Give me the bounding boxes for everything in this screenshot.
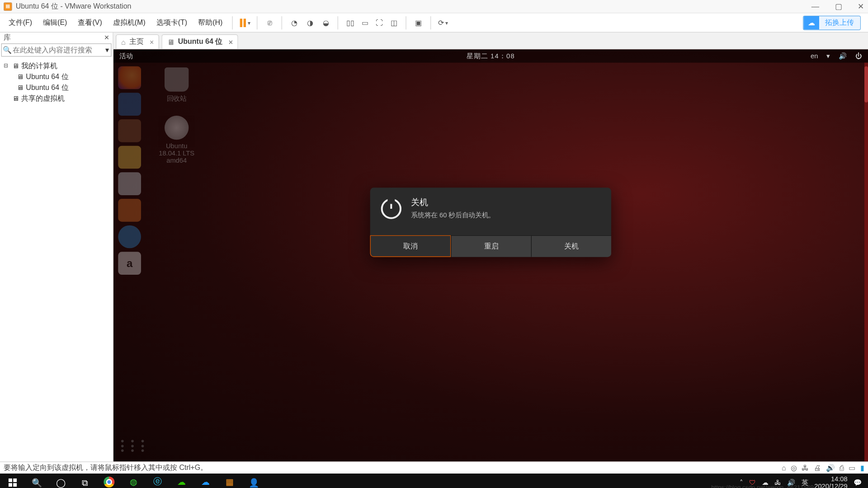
ubuntu-dock: a <box>116 66 143 275</box>
upload-button[interactable]: ☁ 拓换上传 <box>803 15 861 30</box>
dock-writer-icon[interactable] <box>118 172 141 195</box>
menu-help[interactable]: 帮助(H) <box>193 15 228 30</box>
svg-rect-1 <box>13 479 17 482</box>
power-icon <box>381 199 401 219</box>
search-dropdown[interactable]: ▾ <box>103 46 111 54</box>
snapshot-manager-button[interactable]: ◒ <box>318 15 333 30</box>
search-input[interactable] <box>13 46 103 54</box>
close-button[interactable]: ✕ <box>858 2 864 11</box>
library-search[interactable]: 🔍 ▾ <box>1 43 112 56</box>
tree-my-computer[interactable]: ⊟🖥 我的计算机 <box>1 60 112 71</box>
view-stretch-button[interactable]: ▣ <box>411 15 426 30</box>
desktop-trash[interactable]: 回收站 <box>156 67 198 103</box>
dialog-title: 关机 <box>411 197 495 208</box>
taskbar-wechat-icon[interactable]: ☁ <box>171 474 192 488</box>
svg-rect-3 <box>13 483 17 487</box>
st-display-icon[interactable]: ▭ <box>849 464 855 472</box>
taskbar-search-icon[interactable]: 🔍 <box>27 474 47 488</box>
dialog-message: 系统将在 60 秒后自动关机。 <box>411 211 495 220</box>
shutdown-dialog: 关机 系统将在 60 秒后自动关机。 取消 重启 关机 <box>370 188 611 257</box>
minimize-button[interactable]: — <box>811 2 819 11</box>
tree-vm-1[interactable]: 🖥Ubuntu 64 位 <box>1 82 112 93</box>
taskbar-taskview-icon[interactable]: ⧉ <box>75 474 95 488</box>
tray-notifications-icon[interactable]: 💬 <box>854 479 862 486</box>
clock-label[interactable]: 星期二 14：08 <box>467 52 515 61</box>
dock-software-icon[interactable] <box>118 199 141 222</box>
taskbar-avatar-icon[interactable]: 👤 <box>244 474 264 488</box>
show-apps-icon[interactable]: ● ● ●● ● ●● ● ● <box>121 439 147 453</box>
dvd-icon <box>165 116 189 140</box>
tree-vm-0[interactable]: 🖥Ubuntu 64 位 <box>1 71 112 82</box>
menu-view[interactable]: 查看(V) <box>73 15 107 30</box>
windows-taskbar: 🔍 ◯ ⧉ ◍ ⓔ ☁ ☁ ▦ 👤 https://blog.csdn.net/… <box>0 474 868 488</box>
guest-scrollbar[interactable] <box>864 63 868 462</box>
snapshot-take-button[interactable]: ◔ <box>287 15 302 30</box>
view-fullscreen-button[interactable]: ⛶ <box>372 15 387 30</box>
activities-button[interactable]: 活动 <box>113 52 139 61</box>
st-sound-icon[interactable]: 🔊 <box>826 464 835 472</box>
network-icon[interactable]: ▾ <box>826 52 830 60</box>
trash-icon <box>165 67 189 91</box>
tab-home-close[interactable]: × <box>150 38 154 46</box>
view-unity-button[interactable]: ◫ <box>387 15 401 30</box>
dock-help-icon[interactable] <box>118 225 141 249</box>
st-usb-icon[interactable]: ⎙ <box>840 464 844 472</box>
tray-clock[interactable]: 14:08 2020/12/29 <box>814 475 847 488</box>
view-cycle-button[interactable]: ⟳▾ <box>436 15 450 30</box>
titlebar: ▦ Ubuntu 64 位 - VMware Workstation — ▢ ✕ <box>0 0 868 13</box>
cancel-button[interactable]: 取消 <box>370 235 451 257</box>
library-close-button[interactable]: × <box>104 33 109 42</box>
tree-shared[interactable]: 🖥 共享的虚拟机 <box>1 93 112 103</box>
input-lang[interactable]: en <box>811 52 818 60</box>
taskbar-chrome-icon[interactable] <box>99 474 119 488</box>
menu-tabs[interactable]: 选项卡(T) <box>151 15 192 30</box>
vm-icon: 🖥 <box>167 38 175 46</box>
watermark: https://blog.csdn.net/weixin_46211569 <box>711 484 814 488</box>
taskbar-vmware-icon[interactable]: ▦ <box>219 474 240 488</box>
pause-button[interactable]: ▾ <box>238 15 252 30</box>
view-single-button[interactable]: ▯▯ <box>343 15 358 30</box>
dock-mail-icon[interactable] <box>118 93 141 116</box>
svg-rect-0 <box>9 479 12 482</box>
send-ctrl-alt-del-button[interactable]: ⎚ <box>262 15 277 30</box>
window-title: Ubuntu 64 位 - VMware Workstation <box>16 1 132 12</box>
cloud-icon: ☁ <box>803 16 819 29</box>
dock-amazon-icon[interactable]: a <box>118 252 141 275</box>
maximize-button[interactable]: ▢ <box>835 2 842 11</box>
guest-screen[interactable]: 活动 星期二 14：08 en ▾ 🔊 ⏻ a ● ● ●● ● ● <box>113 49 868 461</box>
volume-icon[interactable]: 🔊 <box>839 52 847 60</box>
st-print-icon[interactable]: 🖨 <box>814 464 821 472</box>
menu-edit[interactable]: 编辑(E) <box>38 15 72 30</box>
view-console-button[interactable]: ▭ <box>358 15 372 30</box>
st-message-icon[interactable]: ▮ <box>860 464 864 472</box>
snapshot-revert-button[interactable]: ◑ <box>303 15 317 30</box>
desktop-iso[interactable]: Ubuntu 18.04.1 LTS amd64 <box>156 116 198 164</box>
st-cd-icon[interactable]: ◎ <box>791 464 797 472</box>
library-header: 库 <box>4 32 11 42</box>
gnome-topbar: 活动 星期二 14：08 en ▾ 🔊 ⏻ <box>113 49 868 62</box>
library-tree: ⊟🖥 我的计算机 🖥Ubuntu 64 位 🖥Ubuntu 64 位 🖥 共享的… <box>0 58 113 106</box>
status-hint: 要将输入定向到该虚拟机，请将鼠标指针移入其中或按 Ctrl+G。 <box>4 463 208 473</box>
tab-ubuntu-close[interactable]: × <box>229 38 233 46</box>
dock-firefox-icon[interactable] <box>118 66 141 89</box>
st-net-icon[interactable]: 🖧 <box>802 464 809 472</box>
svg-rect-2 <box>9 483 12 487</box>
st-disk-icon[interactable]: ⌂ <box>782 464 786 472</box>
power-menu-icon[interactable]: ⏻ <box>855 52 862 60</box>
tab-home[interactable]: ⌂ 主页 × <box>116 34 159 49</box>
tab-ubuntu[interactable]: 🖥 Ubuntu 64 位 × <box>162 34 238 49</box>
menu-file[interactable]: 文件(F) <box>4 15 37 30</box>
taskbar-baidudisk-icon[interactable]: ☁ <box>195 474 216 488</box>
taskbar-ie-icon[interactable]: ⓔ <box>147 474 167 488</box>
menubar: 文件(F) 编辑(E) 查看(V) 虚拟机(M) 选项卡(T) 帮助(H) ▾ … <box>0 13 868 33</box>
shutdown-button[interactable]: 关机 <box>531 235 611 257</box>
restart-button[interactable]: 重启 <box>451 235 531 257</box>
taskbar-360-icon[interactable]: ◍ <box>123 474 143 488</box>
tab-bar: ⌂ 主页 × 🖥 Ubuntu 64 位 × <box>113 33 868 49</box>
dock-files-icon[interactable] <box>118 119 141 142</box>
taskbar-cortana-icon[interactable]: ◯ <box>51 474 71 488</box>
start-button[interactable] <box>2 474 23 488</box>
menu-vm[interactable]: 虚拟机(M) <box>108 15 150 30</box>
home-icon: ⌂ <box>121 38 126 46</box>
dock-music-icon[interactable] <box>118 146 141 169</box>
